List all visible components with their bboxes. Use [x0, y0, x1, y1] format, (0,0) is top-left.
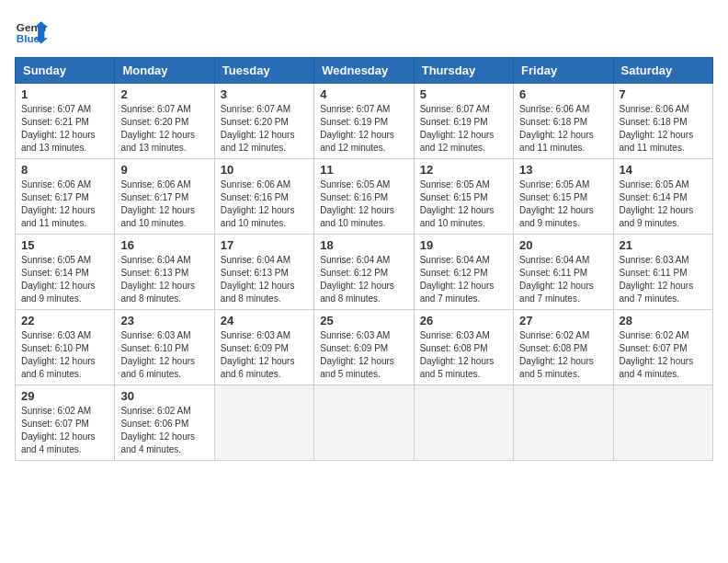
- day-number: 30: [120, 389, 208, 403]
- empty-cell: [514, 385, 613, 461]
- day-info: Sunrise: 6:04 AMSunset: 6:12 PMDaylight:…: [420, 254, 507, 305]
- day-info: Sunrise: 6:02 AMSunset: 6:06 PMDaylight:…: [120, 405, 208, 456]
- day-cell-23: 23Sunrise: 6:03 AMSunset: 6:10 PMDayligh…: [115, 310, 214, 385]
- day-cell-8: 8Sunrise: 6:06 AMSunset: 6:17 PMDaylight…: [16, 159, 115, 235]
- day-cell-6: 6Sunrise: 6:06 AMSunset: 6:18 PMDaylight…: [514, 84, 613, 159]
- day-info: Sunrise: 6:02 AMSunset: 6:08 PMDaylight:…: [519, 329, 607, 381]
- day-cell-28: 28Sunrise: 6:02 AMSunset: 6:07 PMDayligh…: [613, 310, 712, 385]
- day-info: Sunrise: 6:07 AMSunset: 6:20 PMDaylight:…: [120, 103, 208, 155]
- day-number: 24: [221, 314, 308, 327]
- weekday-tuesday: Tuesday: [214, 58, 313, 84]
- calendar-table: SundayMondayTuesdayWednesdayThursdayFrid…: [15, 57, 713, 461]
- day-cell-3: 3Sunrise: 6:07 AMSunset: 6:20 PMDaylight…: [214, 84, 313, 159]
- day-info: Sunrise: 6:07 AMSunset: 6:21 PMDaylight:…: [21, 103, 108, 155]
- day-number: 10: [221, 163, 308, 177]
- day-cell-7: 7Sunrise: 6:06 AMSunset: 6:18 PMDaylight…: [613, 84, 712, 159]
- day-cell-4: 4Sunrise: 6:07 AMSunset: 6:19 PMDaylight…: [314, 84, 414, 159]
- day-info: Sunrise: 6:03 AMSunset: 6:09 PMDaylight:…: [320, 329, 407, 381]
- weekday-thursday: Thursday: [414, 58, 513, 84]
- day-number: 26: [420, 314, 507, 327]
- weekday-wednesday: Wednesday: [314, 58, 414, 84]
- day-cell-26: 26Sunrise: 6:03 AMSunset: 6:08 PMDayligh…: [414, 310, 513, 385]
- logo: General Blue: [15, 15, 48, 48]
- day-info: Sunrise: 6:06 AMSunset: 6:17 PMDaylight:…: [21, 178, 108, 230]
- day-info: Sunrise: 6:03 AMSunset: 6:08 PMDaylight:…: [420, 329, 507, 381]
- day-info: Sunrise: 6:03 AMSunset: 6:10 PMDaylight:…: [120, 329, 208, 381]
- day-info: Sunrise: 6:06 AMSunset: 6:16 PMDaylight:…: [221, 178, 308, 230]
- empty-cell: [214, 385, 313, 461]
- day-number: 4: [320, 87, 407, 101]
- day-cell-15: 15Sunrise: 6:05 AMSunset: 6:14 PMDayligh…: [16, 235, 115, 310]
- day-info: Sunrise: 6:06 AMSunset: 6:17 PMDaylight:…: [120, 178, 208, 230]
- day-info: Sunrise: 6:05 AMSunset: 6:15 PMDaylight:…: [420, 178, 507, 230]
- day-info: Sunrise: 6:07 AMSunset: 6:19 PMDaylight:…: [320, 103, 407, 155]
- day-number: 19: [420, 238, 507, 252]
- day-cell-19: 19Sunrise: 6:04 AMSunset: 6:12 PMDayligh…: [414, 235, 513, 310]
- weekday-monday: Monday: [115, 58, 214, 84]
- day-cell-14: 14Sunrise: 6:05 AMSunset: 6:14 PMDayligh…: [613, 159, 712, 235]
- day-cell-18: 18Sunrise: 6:04 AMSunset: 6:12 PMDayligh…: [314, 235, 414, 310]
- day-number: 29: [21, 389, 108, 403]
- week-row-2: 8Sunrise: 6:06 AMSunset: 6:17 PMDaylight…: [16, 159, 713, 235]
- day-cell-24: 24Sunrise: 6:03 AMSunset: 6:09 PMDayligh…: [214, 310, 313, 385]
- day-number: 16: [120, 238, 208, 252]
- day-number: 5: [420, 87, 507, 101]
- day-cell-20: 20Sunrise: 6:04 AMSunset: 6:11 PMDayligh…: [514, 235, 613, 310]
- day-info: Sunrise: 6:04 AMSunset: 6:11 PMDaylight:…: [519, 254, 607, 305]
- weekday-friday: Friday: [514, 58, 613, 84]
- day-cell-5: 5Sunrise: 6:07 AMSunset: 6:19 PMDaylight…: [414, 84, 513, 159]
- day-number: 11: [320, 163, 407, 177]
- day-number: 12: [420, 163, 507, 177]
- day-cell-2: 2Sunrise: 6:07 AMSunset: 6:20 PMDaylight…: [115, 84, 214, 159]
- day-number: 15: [21, 238, 108, 252]
- day-info: Sunrise: 6:05 AMSunset: 6:16 PMDaylight:…: [320, 178, 407, 230]
- day-info: Sunrise: 6:04 AMSunset: 6:13 PMDaylight:…: [221, 254, 308, 305]
- day-number: 7: [620, 87, 707, 101]
- day-number: 8: [21, 163, 108, 177]
- day-info: Sunrise: 6:02 AMSunset: 6:07 PMDaylight:…: [21, 405, 108, 456]
- empty-cell: [613, 385, 712, 461]
- weekday-sunday: Sunday: [16, 58, 115, 84]
- day-number: 2: [120, 87, 208, 101]
- week-row-5: 29Sunrise: 6:02 AMSunset: 6:07 PMDayligh…: [16, 385, 713, 461]
- day-number: 9: [120, 163, 208, 177]
- day-cell-27: 27Sunrise: 6:02 AMSunset: 6:08 PMDayligh…: [514, 310, 613, 385]
- empty-cell: [414, 385, 513, 461]
- day-info: Sunrise: 6:06 AMSunset: 6:18 PMDaylight:…: [620, 103, 707, 155]
- day-number: 28: [620, 314, 707, 327]
- week-row-4: 22Sunrise: 6:03 AMSunset: 6:10 PMDayligh…: [16, 310, 713, 385]
- day-cell-1: 1Sunrise: 6:07 AMSunset: 6:21 PMDaylight…: [16, 84, 115, 159]
- day-number: 13: [519, 163, 607, 177]
- day-number: 14: [620, 163, 707, 177]
- day-cell-10: 10Sunrise: 6:06 AMSunset: 6:16 PMDayligh…: [214, 159, 313, 235]
- empty-cell: [314, 385, 414, 461]
- day-info: Sunrise: 6:05 AMSunset: 6:14 PMDaylight:…: [21, 254, 108, 305]
- day-number: 27: [519, 314, 607, 327]
- day-number: 25: [320, 314, 407, 327]
- calendar-body: 1Sunrise: 6:07 AMSunset: 6:21 PMDaylight…: [16, 84, 713, 461]
- day-cell-25: 25Sunrise: 6:03 AMSunset: 6:09 PMDayligh…: [314, 310, 414, 385]
- day-cell-30: 30Sunrise: 6:02 AMSunset: 6:06 PMDayligh…: [115, 385, 214, 461]
- day-info: Sunrise: 6:03 AMSunset: 6:11 PMDaylight:…: [620, 254, 707, 305]
- day-number: 3: [221, 87, 308, 101]
- day-info: Sunrise: 6:02 AMSunset: 6:07 PMDaylight:…: [620, 329, 707, 381]
- day-cell-9: 9Sunrise: 6:06 AMSunset: 6:17 PMDaylight…: [115, 159, 214, 235]
- day-info: Sunrise: 6:04 AMSunset: 6:13 PMDaylight:…: [120, 254, 208, 305]
- day-cell-17: 17Sunrise: 6:04 AMSunset: 6:13 PMDayligh…: [214, 235, 313, 310]
- day-number: 20: [519, 238, 607, 252]
- day-cell-13: 13Sunrise: 6:05 AMSunset: 6:15 PMDayligh…: [514, 159, 613, 235]
- day-info: Sunrise: 6:03 AMSunset: 6:09 PMDaylight:…: [221, 329, 308, 381]
- svg-text:Blue: Blue: [17, 32, 40, 44]
- day-info: Sunrise: 6:04 AMSunset: 6:12 PMDaylight:…: [320, 254, 407, 305]
- week-row-3: 15Sunrise: 6:05 AMSunset: 6:14 PMDayligh…: [16, 235, 713, 310]
- day-number: 22: [21, 314, 108, 327]
- day-info: Sunrise: 6:03 AMSunset: 6:10 PMDaylight:…: [21, 329, 108, 381]
- day-cell-16: 16Sunrise: 6:04 AMSunset: 6:13 PMDayligh…: [115, 235, 214, 310]
- logo-icon: General Blue: [15, 15, 48, 48]
- day-number: 18: [320, 238, 407, 252]
- day-info: Sunrise: 6:05 AMSunset: 6:14 PMDaylight:…: [620, 178, 707, 230]
- day-info: Sunrise: 6:07 AMSunset: 6:20 PMDaylight:…: [221, 103, 308, 155]
- day-number: 21: [620, 238, 707, 252]
- day-number: 6: [519, 87, 607, 101]
- day-cell-29: 29Sunrise: 6:02 AMSunset: 6:07 PMDayligh…: [16, 385, 115, 461]
